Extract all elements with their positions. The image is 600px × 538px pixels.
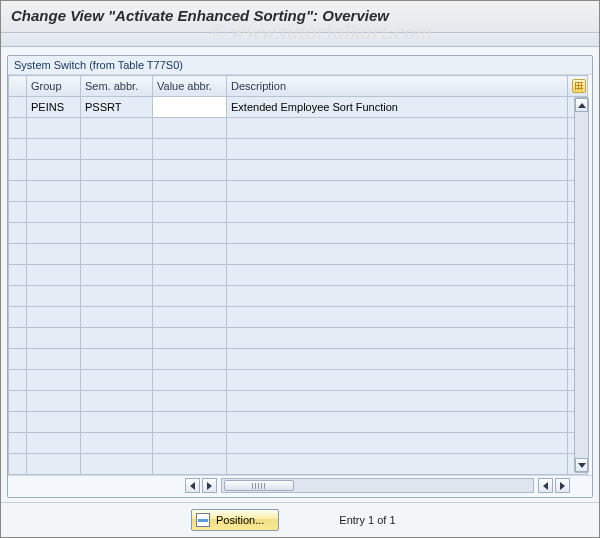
cell-desc[interactable]	[227, 370, 568, 391]
cell-group[interactable]	[27, 223, 81, 244]
cell-desc[interactable]	[227, 265, 568, 286]
cell-val[interactable]	[153, 433, 227, 454]
cell-group[interactable]	[27, 307, 81, 328]
cell-group[interactable]	[27, 118, 81, 139]
cell-val[interactable]	[153, 265, 227, 286]
cell-sem[interactable]	[81, 118, 153, 139]
cell-sem[interactable]	[81, 433, 153, 454]
cell-val[interactable]	[153, 160, 227, 181]
hscroll-thumb[interactable]	[224, 480, 294, 491]
scroll-up-button[interactable]	[575, 98, 588, 112]
cell-desc[interactable]	[227, 181, 568, 202]
table-row[interactable]	[9, 223, 588, 244]
cell-sem[interactable]	[81, 244, 153, 265]
cell-val[interactable]	[153, 286, 227, 307]
table-row[interactable]	[9, 328, 588, 349]
row-selector[interactable]	[9, 223, 27, 244]
cell-desc[interactable]	[227, 433, 568, 454]
table-row[interactable]	[9, 286, 588, 307]
cell-group[interactable]	[27, 349, 81, 370]
table-row[interactable]	[9, 139, 588, 160]
scroll-track[interactable]	[575, 112, 588, 458]
cell-val[interactable]	[153, 139, 227, 160]
cell-group[interactable]	[27, 370, 81, 391]
cell-desc[interactable]	[227, 286, 568, 307]
table-row[interactable]	[9, 181, 588, 202]
row-selector[interactable]	[9, 307, 27, 328]
row-selector[interactable]	[9, 160, 27, 181]
cell-desc[interactable]	[227, 307, 568, 328]
cell-sem[interactable]	[81, 139, 153, 160]
col-desc-header[interactable]: Description	[227, 76, 568, 97]
table-row[interactable]	[9, 244, 588, 265]
row-selector[interactable]	[9, 328, 27, 349]
cell-group[interactable]	[27, 412, 81, 433]
table-row[interactable]	[9, 202, 588, 223]
row-selector-header[interactable]	[9, 76, 27, 97]
table-row[interactable]	[9, 391, 588, 412]
cell-sem[interactable]	[81, 202, 153, 223]
row-selector[interactable]	[9, 118, 27, 139]
table-row[interactable]	[9, 160, 588, 181]
cell-group[interactable]	[27, 160, 81, 181]
cell-sem[interactable]	[81, 265, 153, 286]
row-selector[interactable]	[9, 139, 27, 160]
cell-val[interactable]	[153, 118, 227, 139]
row-selector[interactable]	[9, 370, 27, 391]
cell-val[interactable]	[153, 307, 227, 328]
table-row[interactable]	[9, 349, 588, 370]
cell-group[interactable]: PEINS	[27, 97, 81, 118]
cell-desc[interactable]	[227, 349, 568, 370]
cell-val[interactable]	[153, 97, 227, 118]
col-group-header[interactable]: Group	[27, 76, 81, 97]
cell-val[interactable]	[153, 370, 227, 391]
row-selector[interactable]	[9, 349, 27, 370]
row-selector[interactable]	[9, 454, 27, 475]
cell-val[interactable]	[153, 391, 227, 412]
cell-sem[interactable]	[81, 370, 153, 391]
hscroll-first-button[interactable]	[185, 478, 200, 493]
cell-val[interactable]	[153, 454, 227, 475]
table-row[interactable]: PEINSPSSRTExtended Employee Sort Functio…	[9, 97, 588, 118]
cell-val[interactable]	[153, 328, 227, 349]
cell-val[interactable]	[153, 181, 227, 202]
cell-val[interactable]	[153, 349, 227, 370]
table-row[interactable]	[9, 433, 588, 454]
table-row[interactable]	[9, 370, 588, 391]
cell-sem[interactable]	[81, 412, 153, 433]
hscroll-track[interactable]	[221, 478, 534, 493]
cell-desc[interactable]	[227, 391, 568, 412]
cell-group[interactable]	[27, 328, 81, 349]
cell-desc[interactable]	[227, 328, 568, 349]
hscroll-last-button[interactable]	[555, 478, 570, 493]
cell-desc[interactable]	[227, 202, 568, 223]
table-row[interactable]	[9, 454, 588, 475]
cell-sem[interactable]	[81, 349, 153, 370]
cell-sem[interactable]	[81, 286, 153, 307]
row-selector[interactable]	[9, 181, 27, 202]
cell-sem[interactable]	[81, 454, 153, 475]
table-row[interactable]	[9, 265, 588, 286]
cell-sem[interactable]	[81, 391, 153, 412]
col-val-header[interactable]: Value abbr.	[153, 76, 227, 97]
row-selector[interactable]	[9, 244, 27, 265]
row-selector[interactable]	[9, 202, 27, 223]
cell-val[interactable]	[153, 223, 227, 244]
position-button[interactable]: Position...	[191, 509, 279, 531]
cell-desc[interactable]	[227, 139, 568, 160]
hscroll-prev-button[interactable]	[202, 478, 217, 493]
table-row[interactable]	[9, 307, 588, 328]
cell-desc[interactable]	[227, 454, 568, 475]
cell-sem[interactable]	[81, 181, 153, 202]
table-settings-icon[interactable]	[572, 79, 586, 93]
cell-desc[interactable]	[227, 412, 568, 433]
row-selector[interactable]	[9, 97, 27, 118]
cell-desc[interactable]	[227, 118, 568, 139]
cell-group[interactable]	[27, 244, 81, 265]
col-sem-header[interactable]: Sem. abbr.	[81, 76, 153, 97]
cell-group[interactable]	[27, 433, 81, 454]
cell-val[interactable]	[153, 412, 227, 433]
hscroll-next-button[interactable]	[538, 478, 553, 493]
row-selector[interactable]	[9, 265, 27, 286]
row-selector[interactable]	[9, 412, 27, 433]
